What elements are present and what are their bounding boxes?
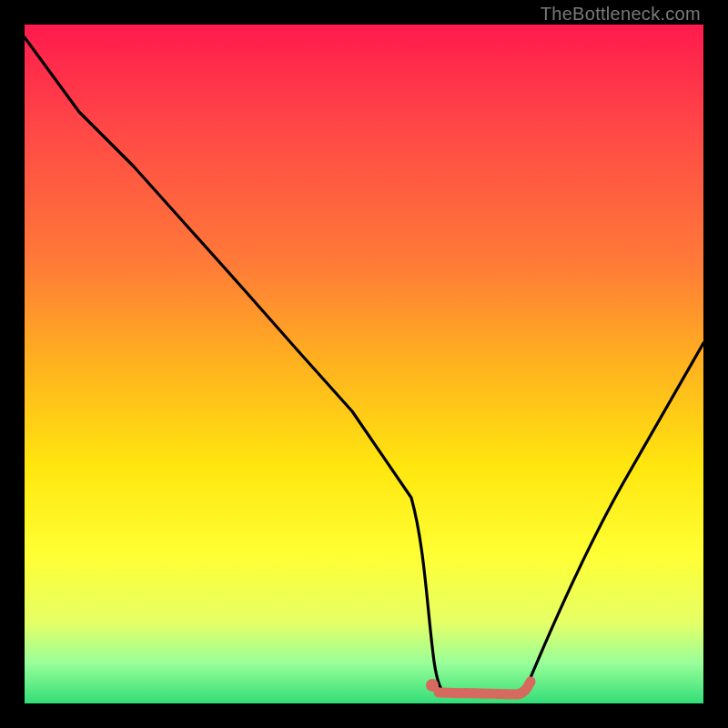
chart-frame: TheBottleneck.com (0, 0, 728, 728)
attribution-text: TheBottleneck.com (541, 4, 701, 25)
curve-path (25, 37, 703, 696)
optimal-band (439, 682, 531, 694)
curve-marker-dot (426, 679, 439, 692)
bottleneck-curve (25, 25, 703, 703)
plot-area (25, 25, 703, 703)
